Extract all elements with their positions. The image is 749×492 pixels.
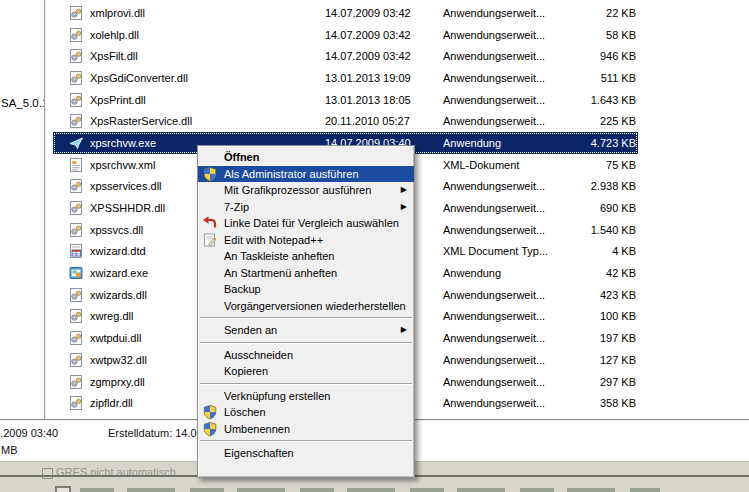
file-size: 4 KB [581, 245, 636, 257]
checkbox-icon[interactable] [55, 486, 71, 492]
uac-shield-icon [202, 404, 218, 420]
context-menu-item[interactable]: Linke Datei für Vergleich auswählen [198, 215, 414, 232]
file-size: 1.540 KB [581, 224, 636, 236]
file-name: XpsPrint.dll [90, 94, 325, 106]
dll-file-icon [68, 48, 84, 64]
file-type: Anwendungserweit... [443, 72, 581, 84]
wizard-app-icon [68, 265, 84, 281]
file-size: 946 KB [581, 50, 636, 62]
notepad-edit-icon [202, 232, 218, 248]
menu-separator [200, 342, 412, 344]
file-size: 511 KB [581, 72, 636, 84]
menu-item-label: Edit with Notepad++ [224, 234, 323, 246]
file-date: 14.07.2009 03:42 [325, 29, 443, 41]
file-type: Anwendungserweit... [443, 397, 581, 409]
context-menu-item[interactable]: Ausschneiden [198, 347, 414, 364]
file-size: 100 KB [581, 310, 636, 322]
context-menu-item[interactable]: Löschen [198, 404, 414, 421]
dtd-file-icon [68, 243, 84, 259]
file-size: 225 KB [581, 115, 636, 127]
file-name: XpsFilt.dll [90, 50, 325, 62]
file-size: 22 KB [581, 7, 636, 19]
file-size: 42 KB [581, 267, 636, 279]
context-menu-item[interactable]: Kopieren [198, 363, 414, 380]
dll-file-icon [68, 308, 84, 324]
clipped-text-fragment [80, 488, 660, 492]
context-menu-item[interactable]: Verknüpfung erstellen [198, 388, 414, 405]
context-menu-item[interactable]: Senden an ▶ [198, 322, 414, 339]
file-name: xmlprovi.dll [90, 7, 325, 19]
context-menu-item[interactable]: 7-Zip ▶ [198, 199, 414, 216]
context-menu-item[interactable]: An Startmenü anheften [198, 265, 414, 282]
file-size: 297 KB [581, 376, 636, 388]
file-type: XML Document Typ... [443, 245, 581, 257]
uac-shield-icon [202, 166, 218, 182]
menu-item-label: Senden an [224, 324, 277, 336]
context-menu-item[interactable]: Öffnen [198, 149, 414, 166]
file-size: 127 KB [581, 354, 636, 366]
dll-file-icon [68, 287, 84, 303]
table-row[interactable]: XpsRasterService.dll 20.11.2010 05:27 An… [46, 110, 749, 132]
file-type: Anwendungserweit... [443, 180, 581, 192]
file-type: Anwendung [443, 267, 581, 279]
table-row[interactable]: xmlprovi.dll 14.07.2009 03:42 Anwendungs… [46, 2, 749, 24]
file-size-fragment: MB [1, 444, 18, 456]
table-row[interactable]: XpsGdiConverter.dll 13.01.2013 19:09 Anw… [46, 67, 749, 89]
compare-arrow-icon [202, 215, 218, 231]
file-type: Anwendungserweit... [443, 29, 581, 41]
context-menu-item[interactable]: Backup [198, 281, 414, 298]
file-size: 358 KB [581, 397, 636, 409]
checkbox-icon[interactable] [42, 468, 53, 479]
file-type: Anwendungserweit... [443, 7, 581, 19]
context-menu-item[interactable]: An Taskleiste anheften [198, 248, 414, 265]
menu-item-label: Kopieren [224, 365, 268, 377]
context-menu-item[interactable]: Als Administrator ausführen [198, 166, 414, 183]
file-name: XpsRasterService.dll [90, 115, 325, 127]
table-row[interactable]: xolehlp.dll 14.07.2009 03:42 Anwendungse… [46, 24, 749, 46]
dll-file-icon [68, 395, 84, 411]
file-type: Anwendung [443, 137, 581, 149]
menu-separator [200, 383, 412, 385]
file-date: 13.01.2013 19:09 [325, 72, 443, 84]
dll-file-icon [68, 113, 84, 129]
file-date: 20.11.2010 05:27 [325, 115, 443, 127]
file-size: 75 KB [581, 159, 636, 171]
file-type: Anwendungserweit... [443, 115, 581, 127]
menu-item-label: Öffnen [224, 151, 259, 163]
table-row[interactable]: XpsPrint.dll 13.01.2013 18:05 Anwendungs… [46, 89, 749, 111]
context-menu-item[interactable]: Vorgängerversionen wiederherstellen [198, 298, 414, 315]
context-menu-item[interactable]: Eigenschaften [198, 445, 414, 462]
file-size: 58 KB [581, 29, 636, 41]
menu-item-label: An Taskleiste anheften [224, 250, 334, 262]
file-type: Anwendungserweit... [443, 376, 581, 388]
menu-item-label: Linke Datei für Vergleich auswählen [224, 217, 399, 229]
file-name: XpsGdiConverter.dll [90, 72, 325, 84]
file-type: Anwendungserweit... [443, 354, 581, 366]
file-type: XML-Dokument [443, 159, 581, 171]
file-size: 423 KB [581, 289, 636, 301]
dll-file-icon [68, 374, 84, 390]
menu-item-label: Löschen [224, 406, 266, 418]
file-type: Anwendungserweit... [443, 94, 581, 106]
created-date-label: Erstelldatum: 14.0 [108, 427, 197, 439]
submenu-arrow-icon: ▶ [401, 185, 407, 195]
menu-item-label: Verknüpfung erstellen [224, 390, 330, 402]
table-row[interactable]: XpsFilt.dll 14.07.2009 03:42 Anwendungse… [46, 45, 749, 67]
modified-date-fragment: 7.2009 03:40 [0, 427, 58, 439]
context-menu: Öffnen Als Administrator ausführen Mit G… [197, 145, 415, 478]
dll-file-icon [68, 70, 84, 86]
menu-item-label: Als Administrator ausführen [224, 168, 359, 180]
file-type: Anwendungserweit... [443, 202, 581, 214]
dll-file-icon [68, 330, 84, 346]
dll-file-icon [68, 92, 84, 108]
file-size: 2.938 KB [581, 180, 636, 192]
left-pane-label: SA_5.0.1 [1, 97, 48, 109]
submenu-arrow-icon: ▶ [401, 325, 407, 335]
context-menu-item[interactable]: Umbenennen [198, 421, 414, 438]
context-menu-item[interactable]: Mit Grafikprozessor ausführen ▶ [198, 182, 414, 199]
menu-item-label: 7-Zip [224, 201, 249, 213]
file-date: 13.01.2013 18:05 [325, 94, 443, 106]
submenu-arrow-icon: ▶ [401, 202, 407, 212]
dll-file-icon [68, 200, 84, 216]
context-menu-item[interactable]: Edit with Notepad++ [198, 232, 414, 249]
